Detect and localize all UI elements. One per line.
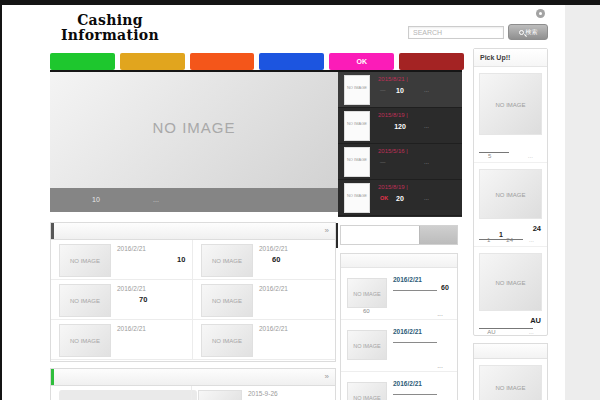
nav-item-1[interactable] [50,53,115,70]
thumbnail-placeholder: NO IMAGE [344,75,370,105]
ranking-item[interactable]: NO IMAGE 2015/8/19 | 120 ... [338,108,462,144]
title-underline: 1 [479,231,523,240]
left-edge-bar [0,0,2,400]
item-ellipsis: ... [529,237,534,243]
ranking-item[interactable]: NO IMAGE 2015/5/16 | — ... [338,144,462,180]
post-item[interactable]: NO IMAGE 2016/2/21 [51,320,193,360]
ranking-item[interactable]: NO IMAGE 2015/8/21 | — 10 ... [338,72,462,108]
secondary-widget: NO IMAGE [473,343,548,400]
item-count: 60 [441,284,449,291]
section-accent [51,223,54,239]
title-underline [393,394,437,395]
item-ellipsis: ... [424,87,429,93]
title-underline [479,144,509,153]
thumbnail-placeholder: NO IMAGE [479,73,542,135]
top-edge-bar [0,0,600,5]
site-logo[interactable]: Cashing Information [54,13,166,43]
item-value: AU [530,316,541,325]
nav-item-6[interactable] [399,53,464,70]
page-right-gutter [565,0,600,400]
hero-meta-bar: 10 ... [50,188,338,212]
item-meta-row: AU ... [479,329,542,335]
thumbnail-placeholder: NO IMAGE [347,330,387,360]
list-item[interactable]: NO IMAGE 2016/2/21 ... [341,320,457,372]
item-ellipsis: ... [424,159,429,165]
item-date: 2016/2/21 [393,328,422,335]
item-count: 70 [139,295,147,304]
widget-header [474,344,547,359]
item-date: 2016/2/21 [117,245,146,252]
item-date: 2016/2/21 [393,276,422,283]
thumbnail-placeholder: NO IMAGE [59,324,111,357]
post-item[interactable]: NO IMAGE 2016/2/21 60 [193,240,335,280]
posts-grid: NO IMAGE 2016/2/21 10 NO IMAGE 2016/2/21… [51,240,335,360]
item-title-row: AU [479,315,542,326]
item-date: 2015/8/21 | [378,76,408,82]
item-ellipsis: ... [437,362,443,369]
section-header: » [51,223,335,240]
logo-line-1: Cashing [54,13,166,28]
item-subtext: — [380,87,386,93]
item-subtext: — [380,159,386,165]
item-date: 2016/2/21 [117,325,146,332]
main-nav: OK [50,53,464,70]
rss-icon[interactable] [536,9,545,18]
nav-item-4[interactable] [259,53,324,70]
meta-left: 5 [488,153,491,159]
pickup-item[interactable]: NO IMAGE AU AU ... [474,247,547,338]
thumbnail-placeholder: NO IMAGE [344,183,370,213]
list-item[interactable]: NO IMAGE 2016/2/21 60 60 ... [341,268,457,320]
title-underline [393,342,437,343]
nav-item-3[interactable] [190,53,255,70]
thumbnail-placeholder: NO IMAGE [344,147,370,177]
post-item[interactable]: NO IMAGE 2016/2/21 10 [51,240,193,280]
thumbnail-placeholder: NO IMAGE [344,111,370,141]
nav-item-2[interactable] [120,53,185,70]
hero-featured-article[interactable]: NO IMAGE 10 ... [50,72,338,212]
mid-search-form [340,225,458,245]
search-button[interactable]: 検索 [508,24,548,40]
ranking-panel: NO IMAGE 2015/8/21 | — 10 ... NO IMAGE 2… [338,72,462,217]
section-accent-green [51,369,54,385]
nav-item-5[interactable]: OK [329,53,394,70]
item-date: 2015-9-26 [248,390,278,397]
item-date: 2016/2/21 [117,285,146,292]
category-row: 2015-9-26 [51,386,335,400]
mid-search-button[interactable] [419,226,457,244]
hero-ellipsis: ... [153,188,159,212]
post-item[interactable]: NO IMAGE 2016/2/21 70 [51,280,193,320]
widget-header [341,254,457,268]
thumbnail-placeholder: NO IMAGE [59,284,111,317]
item-date: 2015/5/16 | [378,148,408,154]
pickup-item[interactable]: NO IMAGE 1 24 1 24 ... [474,163,547,247]
mid-list-widget: NO IMAGE 2016/2/21 60 60 ... NO IMAGE 20… [340,253,458,400]
pickup-item[interactable]: NO IMAGE 5 ... [474,67,547,163]
item-count: 60 [272,255,280,264]
thumbnail-placeholder [198,390,242,400]
item-count: 20 [386,195,414,202]
post-item[interactable] [59,390,197,400]
thumbnail-placeholder: NO IMAGE [479,253,542,311]
item-title-row: 1 24 [479,223,542,234]
post-item[interactable]: NO IMAGE 2016/2/21 [193,280,335,320]
item-meta: 60 [363,308,370,314]
item-date: 2015/8/19 | [378,184,408,190]
title-underline [393,290,437,291]
item-date: 2016/2/21 [259,325,288,332]
thumbnail-placeholder: NO IMAGE [201,324,253,357]
pickup-widget: Pick Up!! NO IMAGE 5 ... NO IMAGE 1 24 1… [473,48,548,336]
item-count: 120 [386,123,414,130]
more-link[interactable]: » [325,223,329,239]
search-input[interactable] [408,26,504,39]
ranking-item[interactable]: NO IMAGE 2015/8/19 | OK 20 ... [338,180,462,216]
post-item[interactable]: 2015-9-26 [192,386,337,400]
item-ellipsis: ... [437,310,443,317]
pickup-item[interactable]: NO IMAGE [479,365,542,400]
more-link[interactable]: » [325,369,329,385]
logo-line-2: Information [54,28,166,43]
item-ellipsis: ... [424,195,429,201]
item-title-row [479,139,542,150]
post-item[interactable]: NO IMAGE 2016/2/21 [193,320,335,360]
list-item[interactable]: NO IMAGE 2016/2/21 [341,372,457,400]
item-count: 10 [177,255,185,264]
